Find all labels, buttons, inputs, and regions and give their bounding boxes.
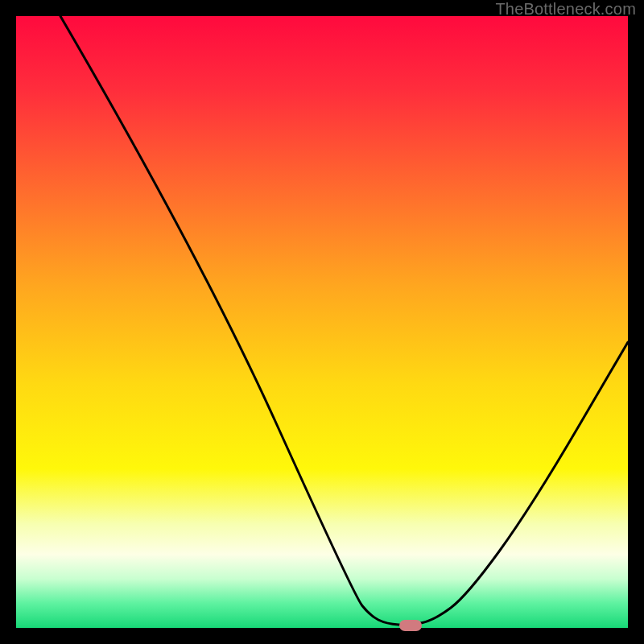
chart-frame (16, 16, 628, 628)
chart-background-gradient (16, 16, 628, 628)
bottleneck-marker (399, 620, 422, 631)
svg-rect-0 (16, 16, 628, 628)
